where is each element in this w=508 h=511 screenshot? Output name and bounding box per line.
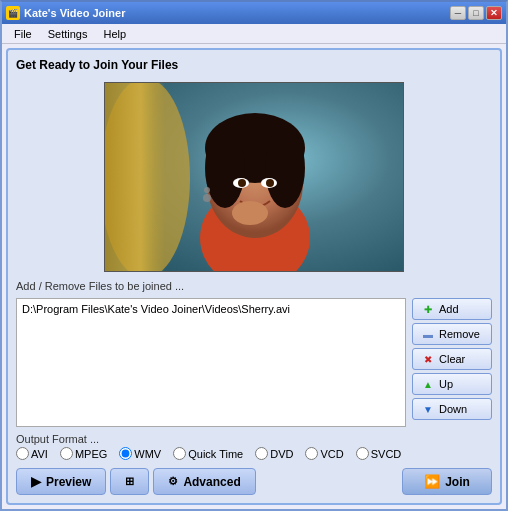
join-icon: ⏩ <box>424 474 440 489</box>
label-svcd[interactable]: SVCD <box>371 448 402 460</box>
up-button[interactable]: ▲ Up <box>412 373 492 395</box>
format-mpeg: MPEG <box>60 447 107 460</box>
svg-point-9 <box>265 128 305 208</box>
label-mpeg[interactable]: MPEG <box>75 448 107 460</box>
radio-dvd[interactable] <box>255 447 268 460</box>
close-button[interactable]: ✕ <box>486 6 502 20</box>
remove-button[interactable]: ▬ Remove <box>412 323 492 345</box>
preview-image <box>105 83 403 271</box>
svg-point-14 <box>204 187 210 193</box>
preview-icon: ▶ <box>31 474 41 489</box>
advanced-icon: ⚙ <box>168 475 178 488</box>
menu-help[interactable]: Help <box>95 26 134 42</box>
title-bar: 🎬 Kate's Video Joiner ─ □ ✕ <box>2 2 506 24</box>
svg-point-8 <box>205 128 245 208</box>
menu-file[interactable]: File <box>6 26 40 42</box>
menu-settings[interactable]: Settings <box>40 26 96 42</box>
preview-button[interactable]: ▶ Preview <box>16 468 106 495</box>
files-list[interactable]: D:\Program Files\Kate's Video Joiner\Vid… <box>16 298 406 427</box>
output-section: Output Format ... AVI MPEG WMV Quick Tim… <box>16 433 492 460</box>
radio-avi[interactable] <box>16 447 29 460</box>
advanced-button[interactable]: ⚙ Advanced <box>153 468 255 495</box>
files-buttons: ✚ Add ▬ Remove ✖ Clear ▲ Up ▼ Down <box>412 298 492 427</box>
list-item: D:\Program Files\Kate's Video Joiner\Vid… <box>20 302 402 316</box>
bottom-left-buttons: ▶ Preview ⊞ ⚙ Advanced <box>16 468 256 495</box>
radio-vcd[interactable] <box>305 447 318 460</box>
frames-icon: ⊞ <box>125 475 134 488</box>
radio-svcd[interactable] <box>356 447 369 460</box>
bottom-buttons: ▶ Preview ⊞ ⚙ Advanced ⏩ Join <box>16 468 492 495</box>
down-button[interactable]: ▼ Down <box>412 398 492 420</box>
window-title: Kate's Video Joiner <box>24 7 125 19</box>
radio-mpeg[interactable] <box>60 447 73 460</box>
radio-wmv[interactable] <box>119 447 132 460</box>
add-icon: ✚ <box>421 302 435 316</box>
format-avi: AVI <box>16 447 48 460</box>
format-wmv: WMV <box>119 447 161 460</box>
files-area: D:\Program Files\Kate's Video Joiner\Vid… <box>16 298 492 427</box>
remove-icon: ▬ <box>421 327 435 341</box>
label-vcd[interactable]: VCD <box>320 448 343 460</box>
menu-bar: File Settings Help <box>2 24 506 44</box>
label-avi[interactable]: AVI <box>31 448 48 460</box>
frames-button[interactable]: ⊞ <box>110 468 149 495</box>
label-dvd[interactable]: DVD <box>270 448 293 460</box>
minimize-button[interactable]: ─ <box>450 6 466 20</box>
radio-quicktime[interactable] <box>173 447 186 460</box>
svg-point-16 <box>232 201 268 225</box>
title-bar-left: 🎬 Kate's Video Joiner <box>6 6 125 20</box>
svg-point-13 <box>266 179 274 187</box>
maximize-button[interactable]: □ <box>468 6 484 20</box>
format-vcd: VCD <box>305 447 343 460</box>
down-icon: ▼ <box>421 402 435 416</box>
app-icon: 🎬 <box>6 6 20 20</box>
svg-rect-3 <box>105 83 165 272</box>
svg-point-15 <box>203 194 211 202</box>
section-title: Get Ready to Join Your Files <box>16 58 492 72</box>
svg-point-12 <box>238 179 246 187</box>
clear-button[interactable]: ✖ Clear <box>412 348 492 370</box>
label-quicktime[interactable]: Quick Time <box>188 448 243 460</box>
window-controls: ─ □ ✕ <box>450 6 502 20</box>
files-label: Add / Remove Files to be joined ... <box>16 280 492 292</box>
format-svcd: SVCD <box>356 447 402 460</box>
output-label: Output Format ... <box>16 433 492 445</box>
clear-icon: ✖ <box>421 352 435 366</box>
video-preview <box>104 82 404 272</box>
label-wmv[interactable]: WMV <box>134 448 161 460</box>
format-quicktime: Quick Time <box>173 447 243 460</box>
join-button[interactable]: ⏩ Join <box>402 468 492 495</box>
up-icon: ▲ <box>421 377 435 391</box>
add-button[interactable]: ✚ Add <box>412 298 492 320</box>
format-dvd: DVD <box>255 447 293 460</box>
main-panel: Get Ready to Join Your Files <box>6 48 502 505</box>
output-format-row: AVI MPEG WMV Quick Time DVD <box>16 447 492 460</box>
main-window: 🎬 Kate's Video Joiner ─ □ ✕ File Setting… <box>0 0 508 511</box>
